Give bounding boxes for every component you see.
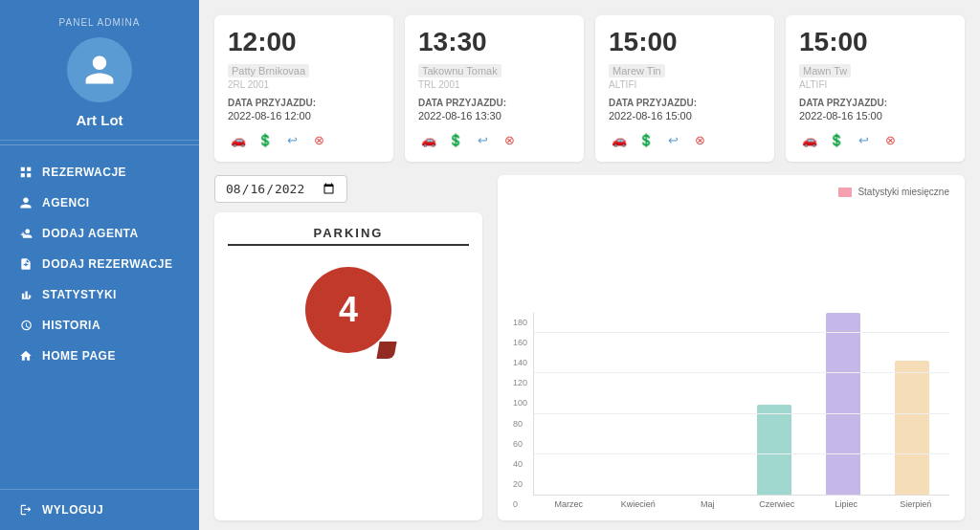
card-date-label-3: DATA PRZYJAZDU:	[799, 98, 951, 108]
date-input-row	[214, 175, 482, 203]
bar-group-3	[748, 405, 800, 495]
cancel-icon-1[interactable]: ⊗	[499, 129, 520, 150]
car-icon-1[interactable]: 🚗	[418, 129, 439, 150]
sidebar-item-dodaj-rezerwacje[interactable]: DODAJ REZERWACJE	[0, 249, 199, 279]
bottom-row: PARKING 4 Statystyki miesięczne 0 20 40 …	[214, 175, 965, 520]
x-label-5: Sierpień	[890, 499, 943, 509]
sidebar-item-historia[interactable]: HISTORIA	[0, 310, 199, 341]
enter-icon-2[interactable]: ↩	[662, 129, 683, 150]
svg-rect-1	[27, 167, 31, 171]
cancel-icon-2[interactable]: ⊗	[689, 129, 710, 150]
card-date-value-0: 2022-08-16 12:00	[228, 110, 380, 121]
x-label-3: Czerwiec	[751, 499, 804, 509]
sidebar-item-agenci[interactable]: AGENCI	[0, 188, 199, 218]
chart-icon	[19, 288, 33, 301]
dollar-icon-0[interactable]: 💲	[255, 129, 276, 150]
card-actions-2: 🚗 💲 ↩ ⊗	[609, 129, 761, 150]
cancel-icon-0[interactable]: ⊗	[308, 129, 329, 150]
parking-title: PARKING	[228, 226, 469, 246]
card-date-value-1: 2022-08-16 13:30	[418, 110, 570, 121]
enter-icon-1[interactable]: ↩	[472, 129, 493, 150]
sidebar-header: PANEL ADMINA Art Lot	[0, 0, 199, 141]
reservation-card-2: 15:00 Marew Tin ALTIFI DATA PRZYJAZDU: 2…	[595, 15, 774, 162]
chart-bars	[533, 313, 949, 496]
card-id-3: ALTIFI	[799, 79, 951, 90]
x-label-2: Maj	[681, 499, 734, 509]
parking-count: 4	[305, 267, 391, 353]
panel-label: PANEL ADMINA	[10, 17, 189, 28]
x-label-0: Marzec	[543, 499, 595, 509]
card-date-label-2: DATA PRZYJAZDU:	[609, 98, 761, 108]
legend-color	[838, 188, 852, 197]
card-actions-3: 🚗 💲 ↩ ⊗	[799, 129, 951, 150]
sidebar-item-dodaj-agenta[interactable]: DODAJ AGENTA	[0, 218, 199, 249]
dollar-icon-3[interactable]: 💲	[826, 129, 847, 150]
sidebar-item-home-page[interactable]: HOME PAGE	[0, 341, 199, 371]
sidebar-footer: WYLOGUJ	[0, 489, 199, 530]
chart-panel: Statystyki miesięczne 0 20 40 60 80 100 …	[498, 175, 965, 520]
grid-line	[534, 413, 949, 414]
card-name-2: Marew Tin	[609, 64, 665, 77]
card-actions-1: 🚗 💲 ↩ ⊗	[418, 129, 570, 150]
car-icon-3[interactable]: 🚗	[799, 129, 820, 150]
user-icon	[82, 53, 117, 87]
bar-4	[826, 313, 860, 495]
card-id-2: ALTIFI	[609, 79, 761, 90]
x-label-4: Lipiec	[820, 499, 873, 509]
sidebar: PANEL ADMINA Art Lot REZERWACJE AGENCI D…	[0, 0, 199, 530]
card-id-0: 2RL 2001	[228, 79, 380, 90]
cards-row: 12:00 Patty Brnikovaa 2RL 2001 DATA PRZY…	[214, 15, 965, 162]
card-name-3: Mawn Tw	[799, 64, 851, 77]
logout-icon	[19, 503, 33, 517]
card-time-1: 13:30	[418, 27, 570, 57]
card-date-value-2: 2022-08-16 15:00	[609, 110, 761, 121]
sidebar-item-rezerwacje[interactable]: REZERWACJE	[0, 157, 199, 188]
card-date-label-0: DATA PRZYJAZDU:	[228, 98, 380, 108]
enter-icon-0[interactable]: ↩	[281, 129, 302, 150]
clock-icon	[19, 319, 33, 332]
card-id-1: TRL 2001	[418, 79, 570, 90]
card-time-3: 15:00	[799, 27, 951, 57]
dollar-icon-1[interactable]: 💲	[445, 129, 466, 150]
card-time-2: 15:00	[609, 27, 761, 57]
person-add-icon	[19, 227, 33, 240]
dollar-icon-2[interactable]: 💲	[635, 129, 657, 150]
chart-x-labels: MarzecKwiecieńMajCzerwiecLipiecSierpień	[535, 496, 949, 509]
svg-rect-3	[27, 173, 31, 177]
reservation-card-3: 15:00 Mawn Tw ALTIFI DATA PRZYJAZDU: 202…	[786, 15, 965, 162]
sidebar-item-statystyki[interactable]: STATYSTYKI	[0, 279, 199, 310]
main-content: 12:00 Patty Brnikovaa 2RL 2001 DATA PRZY…	[199, 0, 980, 530]
x-label-1: Kwiecień	[612, 499, 665, 509]
card-actions-0: 🚗 💲 ↩ ⊗	[228, 129, 380, 150]
bar-5	[895, 361, 929, 495]
reservation-card-0: 12:00 Patty Brnikovaa 2RL 2001 DATA PRZY…	[214, 15, 393, 162]
file-add-icon	[19, 257, 33, 271]
date-picker[interactable]	[214, 175, 347, 203]
legend-label: Statystyki miesięczne	[858, 187, 949, 197]
bar-group-4	[817, 313, 869, 495]
car-icon-0[interactable]: 🚗	[228, 129, 249, 150]
svg-rect-0	[21, 167, 25, 171]
parking-panel: PARKING 4	[214, 212, 482, 520]
car-icon-2[interactable]: 🚗	[609, 129, 630, 150]
avatar	[67, 37, 132, 102]
grid-line	[534, 372, 949, 373]
grid-line	[534, 453, 949, 454]
sidebar-divider	[0, 144, 199, 145]
cancel-icon-3[interactable]: ⊗	[880, 129, 901, 150]
sidebar-nav: REZERWACJE AGENCI DODAJ AGENTA DODAJ REZ…	[0, 149, 199, 489]
card-time-0: 12:00	[228, 27, 380, 57]
bar-group-5	[886, 361, 938, 495]
bar-3	[757, 405, 791, 495]
card-date-value-3: 2022-08-16 15:00	[799, 110, 951, 121]
chart-y-axis: 0 20 40 60 80 100 120 140 160 180	[513, 318, 533, 509]
card-date-label-1: DATA PRZYJAZDU:	[418, 98, 570, 108]
card-name-0: Patty Brnikovaa	[228, 64, 309, 77]
grid-line	[534, 332, 949, 333]
svg-rect-2	[21, 173, 25, 177]
enter-icon-3[interactable]: ↩	[853, 129, 874, 150]
reservation-card-1: 13:30 Takownu Tomak TRL 2001 DATA PRZYJA…	[405, 15, 584, 162]
chart-legend: Statystyki miesięczne	[513, 187, 949, 197]
logout-button[interactable]: WYLOGUJ	[19, 503, 180, 517]
left-panel: PARKING 4	[214, 175, 482, 520]
